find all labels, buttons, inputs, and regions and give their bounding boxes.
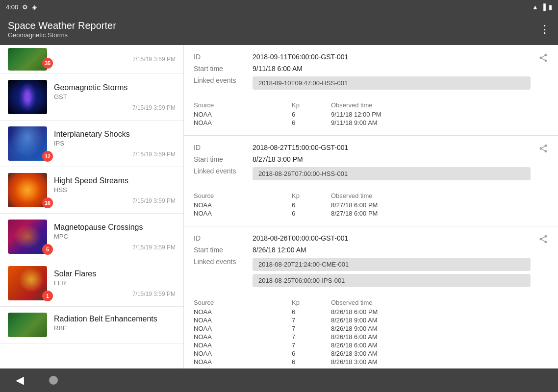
list-item[interactable]: Radiation Belt Enhancements RBE [0,307,183,343]
back-button[interactable]: ◀ [10,370,29,390]
linked-events-container: 2018-09-10T09:47:00-HSS-001 [253,76,531,93]
col-header-observed: Observed time [331,192,548,199]
field-row-linked: Linked events 2018-08-26T07:00:00-HSS-00… [194,167,531,183]
item-content: Interplanetary Shocks IPS 7/15/19 3:59 P… [47,130,176,158]
list-item[interactable]: 1 Solar Flares FLR 7/15/19 3:59 PM [0,260,183,307]
cell-observed: 9/11/18 9:00 AM [331,119,548,126]
field-row-id: ID 2018-08-26T00:00:00-GST-001 [194,234,531,242]
app-bar: Space Weather Reporter Geomagnetic Storm… [0,14,558,45]
table-row: NOAA 6 8/26/18 6:00 PM [194,308,548,316]
list-item[interactable]: 35 7/15/19 3:59 PM [0,45,183,74]
share-icon[interactable] [538,234,548,246]
field-label-linked: Linked events [194,76,253,84]
more-vert-icon[interactable]: ⋮ [539,23,550,36]
bottom-nav: ◀ [0,368,558,392]
table-row: NOAA 7 8/26/18 9:00 AM [194,325,548,332]
item-image [8,313,47,337]
field-row-starttime: Start time 8/27/18 3:00 PM [194,155,531,163]
cell-source: NOAA [194,119,292,126]
item-code: FLR [54,279,176,287]
badge-count: 12 [42,151,53,162]
item-code: RBE [54,324,176,332]
list-item[interactable]: Geomagnetic Storms GST 7/15/19 3:59 PM [0,74,183,121]
field-label-linked: Linked events [194,258,253,266]
home-button[interactable] [49,376,58,385]
cell-kp: 6 [292,358,331,366]
item-image [8,126,47,161]
cell-observed: 8/26/18 6:00 AM [331,342,548,349]
item-name: Radiation Belt Enhancements [54,315,176,323]
item-time: 7/15/19 3:59 PM [54,104,176,111]
table-row: NOAA 6 9/11/18 12:00 PM [194,111,548,118]
field-label-starttime: Start time [194,65,253,73]
item-time: 7/15/19 3:59 PM [54,291,176,297]
cell-source: NOAA [194,342,292,349]
cell-source: NOAA [194,325,292,332]
table-row: NOAA 7 8/26/18 9:00 AM [194,317,548,324]
list-item[interactable]: 12 Interplanetary Shocks IPS 7/15/19 3:5… [0,121,183,167]
kp-table-header: Source Kp Observed time [194,101,548,109]
item-time: 7/15/19 3:59 PM [54,151,176,158]
status-bar-right: ▲ ▐ ▮ [532,3,552,11]
table-row: NOAA 6 8/27/18 6:00 PM [194,210,548,217]
event-fields: ID 2018-09-11T06:00:00-GST-001 Start tim… [194,53,531,97]
cell-observed: 8/26/18 9:00 AM [331,325,548,332]
linked-event-chip[interactable]: 2018-08-25T06:00:00-IPS-001 [253,274,531,287]
cell-source: NOAA [194,210,292,217]
item-time: 7/15/19 3:59 PM [54,244,176,251]
table-row: NOAA 6 9/11/18 9:00 AM [194,119,548,126]
field-label-id: ID [194,144,253,151]
field-row-id: ID 2018-09-11T06:00:00-GST-001 [194,53,531,61]
col-header-source: Source [194,101,292,109]
cell-source: NOAA [194,350,292,357]
col-header-source: Source [194,299,292,306]
left-panel: 35 7/15/19 3:59 PM Geomagnetic Storms GS… [0,45,184,368]
item-name: Magnetopause Crossings [54,223,176,232]
field-label-id: ID [194,234,253,242]
cell-observed: 8/27/18 6:00 PM [331,201,548,209]
linked-events-container: 2018-08-20T21:24:00-CME-001 2018-08-25T0… [253,258,531,290]
event-fields: ID 2018-08-26T00:00:00-GST-001 Start tim… [194,234,531,294]
cell-source: NOAA [194,358,292,366]
item-content: Hight Speed Streams HSS 7/15/19 3:59 PM [47,176,176,204]
main-container: 35 7/15/19 3:59 PM Geomagnetic Storms GS… [0,45,558,368]
list-item[interactable]: 16 Hight Speed Streams HSS 7/15/19 3:59 … [0,167,183,214]
field-row-linked: Linked events 2018-09-10T09:47:00-HSS-00… [194,76,531,93]
cell-observed: 8/26/18 9:00 AM [331,317,548,324]
share-icon[interactable] [538,53,548,65]
time-display: 4:00 [6,3,18,11]
field-value-id: 2018-08-27T15:00:00-GST-001 [253,144,348,151]
item-content: Magnetopause Crossings MPC 7/15/19 3:59 … [47,223,176,251]
field-label-starttime: Start time [194,246,253,254]
settings-icon: ⚙ [22,3,28,11]
cell-kp: 6 [292,111,331,118]
col-header-observed: Observed time [331,101,548,109]
cell-source: NOAA [194,308,292,316]
app-title: Space Weather Reporter [8,20,116,31]
event-section: ID 2018-08-26T00:00:00-GST-001 Start tim… [184,226,558,368]
field-label-linked: Linked events [194,167,253,175]
kp-table-header: Source Kp Observed time [194,299,548,306]
item-image [8,266,47,300]
linked-event-chip[interactable]: 2018-08-26T07:00:00-HSS-001 [253,167,531,180]
linked-event-chip[interactable]: 2018-08-20T21:24:00-CME-001 [253,258,531,271]
cell-kp: 6 [292,210,331,217]
table-row: NOAA 7 8/26/18 6:00 AM [194,342,548,349]
field-row-id: ID 2018-08-27T15:00:00-GST-001 [194,144,531,151]
wifi-icon: ▲ [532,3,538,11]
cell-observed: 9/11/18 12:00 PM [331,111,548,118]
list-item[interactable]: 5 Magnetopause Crossings MPC 7/15/19 3:5… [0,214,183,260]
item-name: Solar Flares [54,270,176,278]
share-icon[interactable] [538,144,548,156]
right-panel: ID 2018-09-11T06:00:00-GST-001 Start tim… [184,45,558,368]
item-code: GST [54,93,176,100]
field-value-id: 2018-08-26T00:00:00-GST-001 [253,234,348,242]
item-image [8,48,47,71]
linked-event-chip[interactable]: 2018-09-10T09:47:00-HSS-001 [253,76,531,90]
item-content: Solar Flares FLR 7/15/19 3:59 PM [47,270,176,297]
badge-count: 16 [42,197,53,208]
item-name: Hight Speed Streams [54,176,176,185]
status-bar-left: 4:00 ⚙ ◈ [6,3,37,11]
field-value-starttime: 8/26/18 12:00 AM [253,246,306,254]
col-header-kp: Kp [292,192,331,199]
